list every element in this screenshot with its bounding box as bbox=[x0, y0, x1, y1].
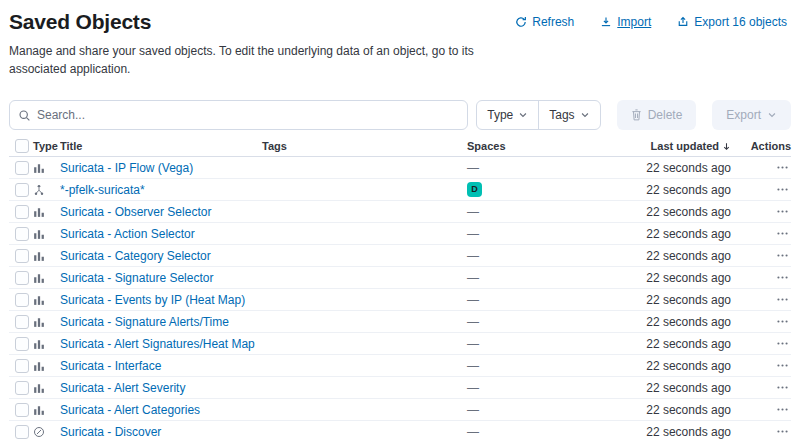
visualize-icon bbox=[33, 206, 45, 218]
table-row: Suricata - IP Flow (Vega) — 22 seconds a… bbox=[9, 157, 791, 179]
table-controls: Type Tags Delete Export bbox=[9, 100, 791, 130]
tags-filter-button[interactable]: Tags bbox=[539, 101, 599, 129]
spaces-dash: — bbox=[467, 381, 479, 395]
actions-menu-button[interactable] bbox=[774, 181, 791, 198]
object-title-link[interactable]: Suricata - Events by IP (Heat Map) bbox=[60, 293, 245, 307]
row-checkbox[interactable] bbox=[15, 227, 29, 241]
delete-button[interactable]: Delete bbox=[617, 100, 697, 130]
ellipsis-icon bbox=[776, 293, 789, 306]
spaces-dash: — bbox=[467, 227, 479, 241]
spaces-dash: — bbox=[467, 359, 479, 373]
import-label: Import bbox=[617, 15, 651, 29]
table-row: Suricata - Interface — 22 seconds ago bbox=[9, 355, 791, 377]
trash-icon bbox=[631, 109, 642, 121]
actions-menu-button[interactable] bbox=[774, 379, 791, 396]
table-row: Suricata - Signature Selector — 22 secon… bbox=[9, 267, 791, 289]
actions-menu-button[interactable] bbox=[774, 335, 791, 352]
column-header-actions: Actions bbox=[731, 140, 791, 152]
actions-menu-button[interactable] bbox=[774, 159, 791, 176]
table-row: Suricata - Events by IP (Heat Map) — 22 … bbox=[9, 289, 791, 311]
page-header: Saved Objects Refresh Import Export 16 o… bbox=[9, 10, 791, 34]
object-title-link[interactable]: Suricata - Alert Severity bbox=[60, 381, 185, 395]
row-checkbox[interactable] bbox=[15, 183, 29, 197]
actions-menu-button[interactable] bbox=[774, 313, 791, 330]
object-title-link[interactable]: Suricata - Signature Selector bbox=[60, 271, 213, 285]
row-checkbox[interactable] bbox=[15, 337, 29, 351]
object-title-link[interactable]: *-pfelk-suricata* bbox=[60, 183, 145, 197]
last-updated-value: 22 seconds ago bbox=[631, 249, 731, 263]
object-title-link[interactable]: Suricata - IP Flow (Vega) bbox=[60, 161, 193, 175]
spaces-dash: — bbox=[467, 315, 479, 329]
export-all-button[interactable]: Export 16 objects bbox=[677, 15, 787, 29]
spaces-dash: — bbox=[467, 337, 479, 351]
visualize-icon bbox=[33, 316, 45, 328]
table-row: Suricata - Discover — 22 seconds ago bbox=[9, 421, 791, 441]
visualize-icon bbox=[33, 250, 45, 262]
sort-down-icon bbox=[722, 142, 731, 151]
visualize-icon bbox=[33, 162, 45, 174]
row-checkbox[interactable] bbox=[15, 205, 29, 219]
last-updated-value: 22 seconds ago bbox=[631, 381, 731, 395]
saved-objects-page: Saved Objects Refresh Import Export 16 o… bbox=[0, 0, 800, 441]
visualize-icon bbox=[33, 382, 45, 394]
ellipsis-icon bbox=[776, 227, 789, 240]
row-checkbox[interactable] bbox=[15, 381, 29, 395]
last-updated-value: 22 seconds ago bbox=[631, 403, 731, 417]
last-updated-value: 22 seconds ago bbox=[631, 161, 731, 175]
last-updated-value: 22 seconds ago bbox=[631, 425, 731, 439]
object-title-link[interactable]: Suricata - Category Selector bbox=[60, 249, 211, 263]
last-updated-value: 22 seconds ago bbox=[631, 227, 731, 241]
spaces-dash: — bbox=[467, 271, 479, 285]
object-title-link[interactable]: Suricata - Alert Categories bbox=[60, 403, 200, 417]
spaces-dash: — bbox=[467, 161, 479, 175]
ellipsis-icon bbox=[776, 381, 789, 394]
import-button[interactable]: Import bbox=[600, 15, 651, 29]
search-input[interactable] bbox=[37, 108, 459, 122]
actions-menu-button[interactable] bbox=[774, 423, 791, 440]
export-selected-button[interactable]: Export bbox=[712, 100, 791, 130]
visualize-icon bbox=[33, 404, 45, 416]
column-header-title[interactable]: Title bbox=[60, 140, 262, 152]
import-icon bbox=[600, 16, 612, 28]
column-header-spaces: Spaces bbox=[467, 140, 631, 152]
row-checkbox[interactable] bbox=[15, 249, 29, 263]
row-checkbox[interactable] bbox=[15, 293, 29, 307]
actions-menu-button[interactable] bbox=[774, 225, 791, 242]
column-header-type: Type bbox=[30, 140, 60, 152]
select-all-checkbox[interactable] bbox=[15, 139, 29, 153]
actions-menu-button[interactable] bbox=[774, 401, 791, 418]
actions-menu-button[interactable] bbox=[774, 269, 791, 286]
row-checkbox[interactable] bbox=[15, 315, 29, 329]
spaces-dash: — bbox=[467, 293, 479, 307]
column-header-last-updated[interactable]: Last updated bbox=[631, 140, 731, 152]
object-title-link[interactable]: Suricata - Alert Signatures/Heat Map bbox=[60, 337, 255, 351]
discover-icon bbox=[33, 426, 45, 438]
type-filter-button[interactable]: Type bbox=[477, 101, 538, 129]
last-updated-value: 22 seconds ago bbox=[631, 183, 731, 197]
object-title-link[interactable]: Suricata - Interface bbox=[60, 359, 161, 373]
object-title-link[interactable]: Suricata - Observer Selector bbox=[60, 205, 211, 219]
last-updated-label: Last updated bbox=[651, 140, 719, 152]
table-row: Suricata - Alert Severity — 22 seconds a… bbox=[9, 377, 791, 399]
ellipsis-icon bbox=[776, 403, 789, 416]
type-filter-label: Type bbox=[487, 108, 513, 122]
row-checkbox[interactable] bbox=[15, 271, 29, 285]
row-checkbox[interactable] bbox=[15, 161, 29, 175]
object-title-link[interactable]: Suricata - Signature Alerts/Time bbox=[60, 315, 229, 329]
visualize-icon bbox=[33, 228, 45, 240]
refresh-button[interactable]: Refresh bbox=[515, 15, 574, 29]
actions-menu-button[interactable] bbox=[774, 203, 791, 220]
object-title-link[interactable]: Suricata - Discover bbox=[60, 425, 161, 439]
actions-menu-button[interactable] bbox=[774, 247, 791, 264]
table-row: Suricata - Action Selector — 22 seconds … bbox=[9, 223, 791, 245]
object-title-link[interactable]: Suricata - Action Selector bbox=[60, 227, 195, 241]
row-checkbox[interactable] bbox=[15, 403, 29, 417]
chevron-down-icon bbox=[518, 110, 528, 120]
row-checkbox[interactable] bbox=[15, 359, 29, 373]
row-checkbox[interactable] bbox=[15, 425, 29, 439]
actions-menu-button[interactable] bbox=[774, 357, 791, 374]
last-updated-value: 22 seconds ago bbox=[631, 337, 731, 351]
visualize-icon bbox=[33, 360, 45, 372]
ellipsis-icon bbox=[776, 315, 789, 328]
actions-menu-button[interactable] bbox=[774, 291, 791, 308]
